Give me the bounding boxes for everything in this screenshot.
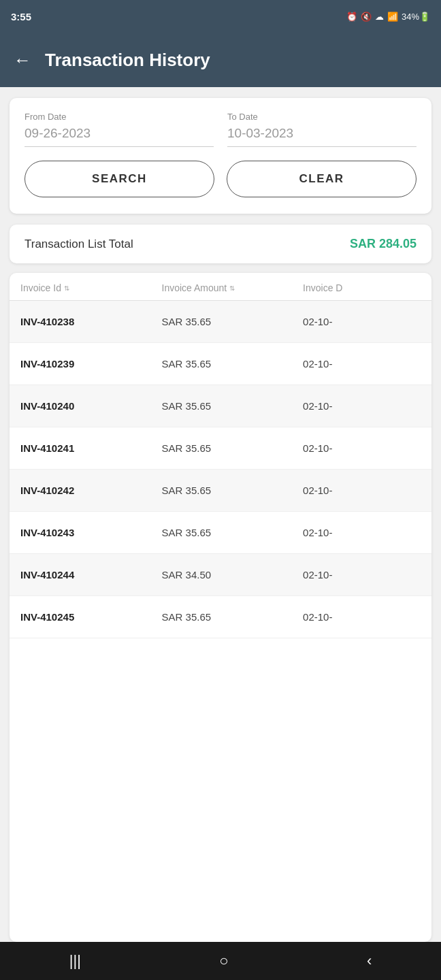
cell-invoice-date: 02-10-: [303, 442, 421, 454]
to-date-value: 10-03-2023: [227, 126, 416, 147]
cell-invoice-id: INV-410239: [20, 358, 162, 370]
cell-invoice-date: 02-10-: [303, 358, 421, 370]
button-row: SEARCH CLEAR: [24, 161, 416, 197]
column-header-date: Invoice D: [303, 282, 421, 293]
to-date-field[interactable]: To Date 10-03-2023: [227, 112, 416, 147]
column-date-label: Invoice D: [303, 282, 342, 293]
table-header: Invoice Id ⇅ Invoice Amount ⇅ Invoice D: [10, 273, 431, 301]
date-row: From Date 09-26-2023 To Date 10-03-2023: [24, 112, 416, 147]
from-date-field[interactable]: From Date 09-26-2023: [24, 112, 214, 147]
cell-invoice-date: 02-10-: [303, 527, 421, 538]
cell-invoice-amount: SAR 35.65: [162, 611, 304, 623]
wifi-icon: ☁: [375, 12, 384, 22]
filter-card: From Date 09-26-2023 To Date 10-03-2023 …: [10, 98, 431, 214]
cell-invoice-amount: SAR 35.65: [162, 527, 304, 538]
back-button[interactable]: ←: [14, 50, 31, 71]
nav-home-icon[interactable]: ○: [219, 952, 228, 970]
cell-invoice-id: INV-410242: [20, 485, 162, 496]
bottom-nav: ||| ○ ‹: [0, 942, 441, 980]
nav-recents-icon[interactable]: |||: [69, 952, 81, 970]
column-amount-label: Invoice Amount: [162, 282, 227, 293]
page-title: Transaction History: [45, 50, 210, 71]
status-icons: ⏰ 🔇 ☁ 📶 34%🔋: [346, 12, 430, 22]
cell-invoice-id: INV-410243: [20, 527, 162, 538]
from-date-label: From Date: [24, 112, 214, 122]
table-row[interactable]: INV-410243 SAR 35.65 02-10-: [10, 512, 431, 554]
cell-invoice-date: 02-10-: [303, 316, 421, 327]
cell-invoice-amount: SAR 35.65: [162, 485, 304, 496]
table-row[interactable]: INV-410239 SAR 35.65 02-10-: [10, 343, 431, 385]
cell-invoice-id: INV-410240: [20, 400, 162, 412]
cell-invoice-id: INV-410244: [20, 569, 162, 581]
cell-invoice-amount: SAR 35.65: [162, 442, 304, 454]
total-value: SAR 284.05: [350, 237, 416, 251]
cell-invoice-amount: SAR 34.50: [162, 569, 304, 581]
table-row[interactable]: INV-410242 SAR 35.65 02-10-: [10, 470, 431, 512]
cell-invoice-date: 02-10-: [303, 400, 421, 412]
status-bar: 3:55 ⏰ 🔇 ☁ 📶 34%🔋: [0, 0, 441, 33]
page-header: ← Transaction History: [0, 33, 441, 87]
cell-invoice-id: INV-410241: [20, 442, 162, 454]
sort-icon-amount: ⇅: [229, 284, 235, 292]
battery-icon: 34%🔋: [402, 12, 430, 22]
table-row[interactable]: INV-410244 SAR 34.50 02-10-: [10, 554, 431, 596]
nav-back-icon[interactable]: ‹: [367, 952, 372, 970]
table-body: INV-410238 SAR 35.65 02-10- INV-410239 S…: [10, 301, 431, 638]
cell-invoice-id: INV-410245: [20, 611, 162, 623]
alarm-icon: ⏰: [346, 12, 357, 22]
status-time: 3:55: [11, 11, 31, 22]
table-row[interactable]: INV-410245 SAR 35.65 02-10-: [10, 596, 431, 638]
search-button[interactable]: SEARCH: [24, 161, 214, 197]
cell-invoice-amount: SAR 35.65: [162, 316, 304, 327]
signal-icon: 📶: [387, 12, 398, 22]
cell-invoice-amount: SAR 35.65: [162, 358, 304, 370]
transaction-table: Invoice Id ⇅ Invoice Amount ⇅ Invoice D …: [10, 273, 431, 942]
cell-invoice-date: 02-10-: [303, 485, 421, 496]
table-row[interactable]: INV-410238 SAR 35.65 02-10-: [10, 301, 431, 343]
column-header-amount[interactable]: Invoice Amount ⇅: [162, 282, 304, 293]
sort-icon-id: ⇅: [64, 284, 69, 292]
cell-invoice-date: 02-10-: [303, 611, 421, 623]
cell-invoice-id: INV-410238: [20, 316, 162, 327]
clear-button[interactable]: CLEAR: [227, 161, 416, 197]
mute-icon: 🔇: [361, 12, 372, 22]
column-header-id[interactable]: Invoice Id ⇅: [20, 282, 162, 293]
cell-invoice-amount: SAR 35.65: [162, 400, 304, 412]
total-bar: Transaction List Total SAR 284.05: [10, 225, 431, 263]
from-date-value: 09-26-2023: [24, 126, 214, 147]
to-date-label: To Date: [227, 112, 416, 122]
table-row[interactable]: INV-410240 SAR 35.65 02-10-: [10, 385, 431, 427]
column-id-label: Invoice Id: [20, 282, 61, 293]
cell-invoice-date: 02-10-: [303, 569, 421, 581]
total-label: Transaction List Total: [24, 238, 133, 251]
table-row[interactable]: INV-410241 SAR 35.65 02-10-: [10, 427, 431, 470]
